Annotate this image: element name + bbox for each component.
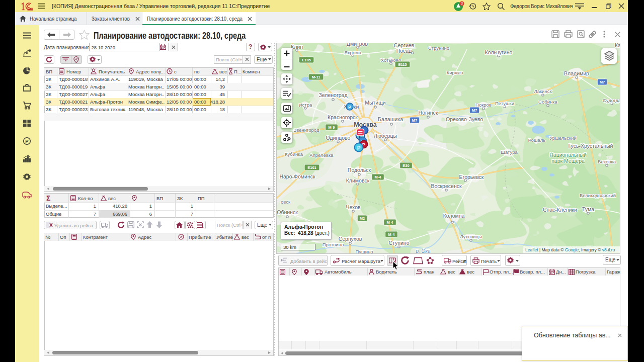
svg-text:Посад: Посад [396, 48, 412, 54]
svg-text:Шатура: Шатура [501, 149, 518, 155]
svg-text:Петушки: Петушки [495, 101, 514, 106]
svg-text:3: 3 [461, 2, 463, 5]
svg-text:Тума: Тума [582, 206, 594, 212]
svg-text:овск: овск [281, 199, 291, 205]
svg-text:Великодворский: Великодворский [580, 193, 616, 198]
svg-text:Одинцово: Одинцово [326, 135, 351, 141]
svg-text:Воскресенск: Воскресенск [431, 183, 462, 189]
svg-text:Каме: Каме [615, 43, 620, 48]
svg-text:Обнинск: Обнинск [277, 209, 298, 215]
svg-text:Судогда: Судогда [603, 98, 620, 103]
svg-text:Зеленоград: Зеленоград [318, 92, 347, 98]
svg-text:Уршельский: Уршельский [549, 135, 577, 141]
svg-text:Луховицы: Луховицы [460, 234, 482, 239]
svg-text:М-4: М-4 [375, 175, 382, 179]
svg-text:Климовск: Климовск [346, 177, 370, 184]
svg-text:Истра: Истра [299, 102, 312, 108]
svg-text:E30: E30 [403, 163, 409, 168]
svg-text:Протвино: Протвино [323, 242, 344, 247]
svg-text:М-4: М-4 [387, 220, 394, 225]
svg-text:P: P [357, 145, 361, 151]
svg-text:Балашиха: Балашиха [378, 116, 403, 122]
svg-text:Орехово-Зуево: Орехово-Зуево [446, 116, 483, 122]
svg-text:P: P [348, 105, 351, 110]
svg-text:Мытищи: Мытищи [365, 100, 386, 106]
svg-text:Чехов: Чехов [346, 204, 361, 210]
svg-text:E105: E105 [302, 58, 311, 62]
svg-text:Коломна: Коломна [443, 213, 465, 219]
svg-text:Серпухов: Серпухов [339, 236, 362, 242]
svg-text:М2: М2 [360, 216, 365, 221]
svg-text:Национальный: Национальный [549, 152, 587, 158]
svg-text:Апрелевка: Апрелевка [309, 152, 334, 158]
svg-text:E115: E115 [398, 62, 407, 67]
svg-text:Яхрома: Яхрома [344, 50, 362, 55]
svg-text:Лакинск: Лакинск [534, 88, 552, 94]
svg-text:Подольск: Подольск [348, 167, 371, 173]
svg-text:Спас-Клепики: Спас-Клепики [543, 207, 577, 213]
svg-text:Красногорск: Красногорск [328, 114, 358, 120]
svg-text:Наро-Фоминск: Наро-Фоминск [279, 173, 315, 179]
svg-text:М7: М7 [600, 80, 605, 84]
svg-text:Струнино: Струнино [428, 45, 449, 51]
svg-text:Ногинск: Ногинск [419, 110, 438, 116]
svg-text:Кубинка: Кубинка [285, 151, 303, 157]
svg-text:парк Мещёра: парк Мещёра [551, 158, 585, 164]
svg-text:Гусь-Хрустальный: Гусь-Хрустальный [569, 143, 613, 149]
svg-text:P: P [25, 138, 29, 144]
svg-text:Пущино: Пущино [355, 249, 373, 253]
svg-text:Киржач: Киржач [447, 70, 463, 75]
svg-text:Покров: Покров [475, 102, 492, 108]
svg-text:Люберцы: Люберцы [374, 133, 397, 139]
svg-text:Кольчугино: Кольчугино [485, 49, 513, 55]
svg-text:М7: М7 [472, 108, 477, 113]
svg-text:E101: E101 [307, 165, 316, 170]
svg-text:M-11: M-11 [312, 75, 320, 79]
svg-text:р. Ока: р. Ока [415, 248, 431, 253]
svg-text:Вековка: Вековка [598, 159, 616, 164]
svg-text:Звенигород: Звенигород [294, 127, 319, 133]
svg-text:Собинка: Собинка [538, 99, 558, 105]
svg-text:Дмитров: Дмитров [347, 43, 368, 47]
svg-text:М7: М7 [412, 118, 417, 123]
svg-text:Владимир: Владимир [564, 70, 589, 76]
svg-text:Клин: Клин [291, 44, 303, 50]
svg-text:Егорьевск: Егорьевск [459, 174, 484, 180]
svg-text:M-9: M-9 [329, 125, 335, 130]
svg-text:Рошаль: Рошаль [528, 137, 546, 143]
svg-text:М-4: М-4 [388, 232, 395, 237]
svg-text:Ступино: Ступино [389, 240, 410, 246]
